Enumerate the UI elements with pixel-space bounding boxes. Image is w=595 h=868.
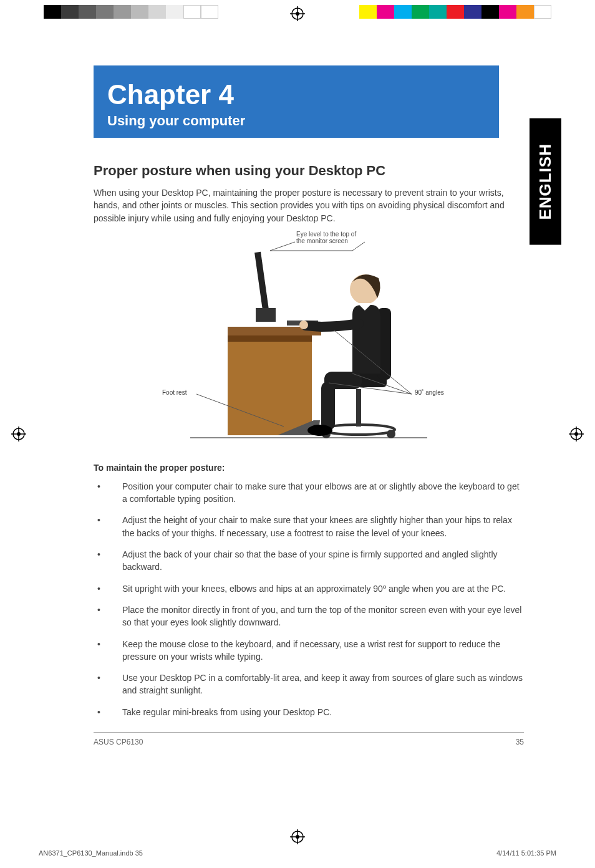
swatch (377, 5, 394, 19)
svg-rect-21 (256, 308, 276, 322)
list-item: Take regular mini-breaks from using your… (94, 706, 524, 718)
posture-list: Position your computer chair to make sur… (94, 480, 524, 718)
print-footer-timestamp: 4/14/11 5:01:35 PM (496, 849, 556, 857)
svg-point-32 (307, 425, 332, 436)
list-item: Place the monitor directly in front of y… (94, 604, 524, 629)
section-intro: When using your Desktop PC, maintaining … (94, 186, 524, 224)
swatch (183, 5, 201, 19)
swatch (79, 5, 96, 19)
figure-label-angle: 90˚ angles (415, 389, 444, 396)
swatch (61, 5, 79, 19)
swatch (114, 5, 131, 19)
swatch (394, 5, 412, 19)
svg-point-3 (296, 12, 299, 16)
swatch (481, 5, 499, 19)
svg-rect-18 (228, 335, 312, 435)
swatch (499, 5, 516, 19)
swatch (166, 5, 183, 19)
list-item: Keep the mouse close to the keyboard, an… (94, 638, 524, 663)
svg-rect-31 (321, 382, 335, 430)
swatch (464, 5, 481, 19)
list-item: Sit upright with your knees, elbows and … (94, 582, 524, 595)
posture-figure: Eye level to the top of the monitor scre… (165, 233, 452, 445)
chapter-subtitle: Using your computer (107, 113, 485, 129)
list-item: Use your Desktop PC in a comfortably-lit… (94, 672, 524, 697)
list-item: Adjust the back of your chair so that th… (94, 548, 524, 574)
swatch (131, 5, 148, 19)
print-footer: AN6371_CP6130_Manual.indb 35 4/14/11 5:0… (39, 849, 556, 857)
swatch (516, 5, 534, 19)
chapter-title: Chapter 4 (107, 79, 485, 110)
swatch (44, 5, 61, 19)
footer-model: ASUS CP6130 (94, 738, 143, 746)
swatch (96, 5, 114, 19)
chapter-banner: Chapter 4 Using your computer (94, 65, 499, 138)
registration-mark-icon (290, 6, 305, 21)
svg-point-7 (17, 432, 21, 436)
swatch (359, 5, 377, 19)
registration-mark-icon (11, 427, 26, 441)
swatch (201, 5, 218, 19)
swatch (534, 5, 551, 19)
page-footer: ASUS CP6130 35 (94, 738, 524, 746)
figure-label-foot: Foot rest (162, 389, 186, 396)
swatch (447, 5, 464, 19)
posture-illustration-icon (165, 233, 452, 445)
list-item: Adjust the height of your chair to make … (94, 514, 524, 539)
svg-point-15 (296, 835, 299, 839)
page-content: Chapter 4 Using your computer ENGLISH Pr… (94, 65, 524, 746)
swatch (429, 5, 447, 19)
language-tab: ENGLISH (530, 118, 561, 245)
footer-rule (94, 732, 524, 733)
section-title: Proper posture when using your Desktop P… (94, 163, 524, 179)
list-item: Position your computer chair to make sur… (94, 480, 524, 506)
swatch (412, 5, 429, 19)
registration-mark-icon (569, 427, 584, 441)
print-footer-file: AN6371_CP6130_Manual.indb 35 (39, 849, 143, 857)
svg-rect-19 (228, 335, 312, 342)
swatch (148, 5, 166, 19)
svg-rect-20 (254, 252, 269, 314)
figure-label-eye: Eye level to the top of the monitor scre… (296, 231, 365, 244)
list-heading: To maintain the proper posture: (94, 463, 524, 473)
svg-point-27 (387, 430, 395, 438)
svg-point-33 (299, 321, 308, 329)
registration-mark-icon (290, 829, 305, 844)
svg-point-11 (574, 432, 578, 436)
svg-line-35 (270, 242, 295, 251)
footer-page-number: 35 (516, 738, 524, 746)
